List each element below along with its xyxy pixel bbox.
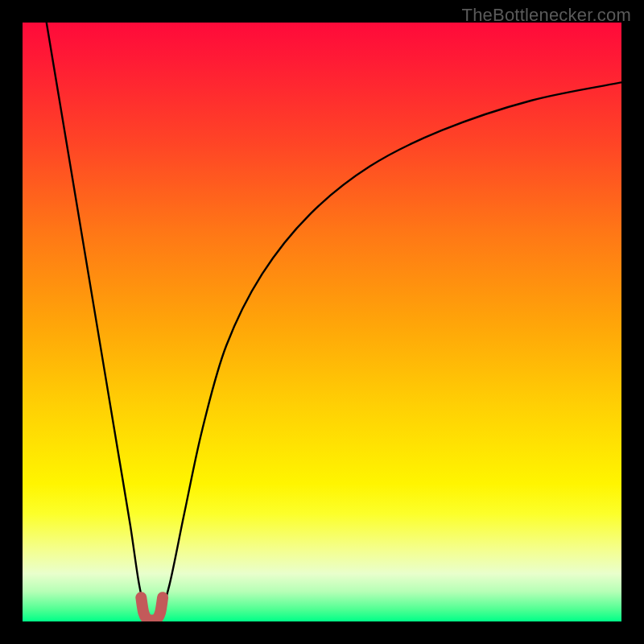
bottleneck-curve: [47, 23, 621, 621]
watermark-label: TheBottlenecker.com: [462, 5, 631, 26]
chart-frame: TheBottlenecker.com: [0, 0, 644, 644]
plot-area: [23, 23, 621, 621]
valley-marker-icon: [141, 597, 163, 620]
curve-layer: [23, 23, 621, 621]
